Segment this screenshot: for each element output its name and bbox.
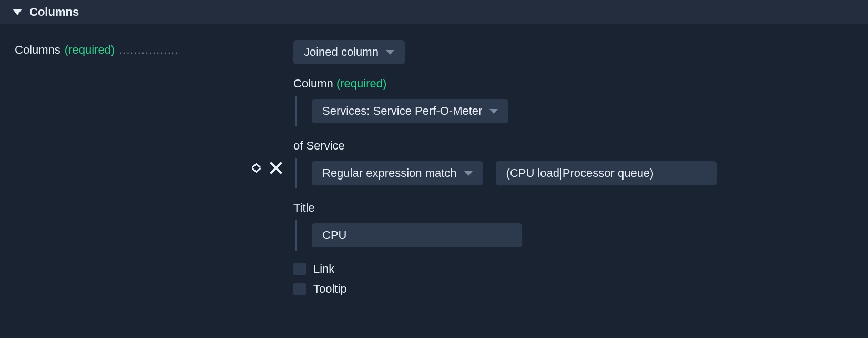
caret-down-icon (386, 50, 394, 55)
service-pattern-input[interactable] (496, 161, 717, 185)
section-body: Columns (required) ................ Join… (0, 24, 868, 296)
columns-label: Columns (15, 43, 60, 57)
title-field: Title (293, 201, 853, 251)
column-field-label: Column (required) (293, 77, 853, 91)
row-label: Columns (required) ................ (15, 40, 241, 296)
column-field: Column (required) Services: Service Perf… (293, 77, 853, 126)
tooltip-checkbox[interactable] (293, 283, 306, 295)
column-type-value: Joined column (304, 45, 379, 59)
chevron-down-icon (252, 168, 260, 173)
tooltip-checkbox-label: Tooltip (313, 282, 347, 296)
column-select[interactable]: Services: Service Perf-O-Meter (312, 99, 508, 123)
tooltip-checkbox-row[interactable]: Tooltip (293, 282, 853, 296)
required-marker: (required) (65, 43, 115, 57)
link-checkbox[interactable] (293, 263, 306, 275)
checkbox-group: Link Tooltip (293, 260, 853, 296)
column-label-text: Column (293, 77, 333, 90)
title-label: Title (293, 201, 853, 215)
link-checkbox-row[interactable]: Link (293, 262, 853, 276)
required-marker: (required) (336, 77, 386, 90)
row-controls (241, 40, 293, 296)
link-checkbox-label: Link (313, 262, 334, 276)
reorder-handle-icon[interactable] (252, 163, 260, 173)
caret-down-icon (464, 171, 473, 176)
section-header[interactable]: Columns (0, 0, 868, 24)
column-type-select[interactable]: Joined column (293, 40, 405, 64)
of-service-label: of Service (293, 139, 853, 153)
of-service-field: of Service Regular expression match (293, 139, 853, 188)
caret-down-icon (489, 109, 498, 114)
section-title: Columns (29, 5, 79, 19)
remove-row-icon[interactable] (269, 161, 282, 175)
fields-column: Joined column Column (required) Services… (293, 40, 853, 296)
title-input[interactable] (312, 223, 522, 247)
match-type-value: Regular expression match (322, 166, 457, 180)
chevron-up-icon (252, 163, 260, 168)
label-dots: ................ (119, 43, 241, 57)
column-select-value: Services: Service Perf-O-Meter (322, 104, 482, 118)
disclosure-triangle-icon (13, 9, 22, 15)
match-type-select[interactable]: Regular expression match (312, 161, 483, 185)
